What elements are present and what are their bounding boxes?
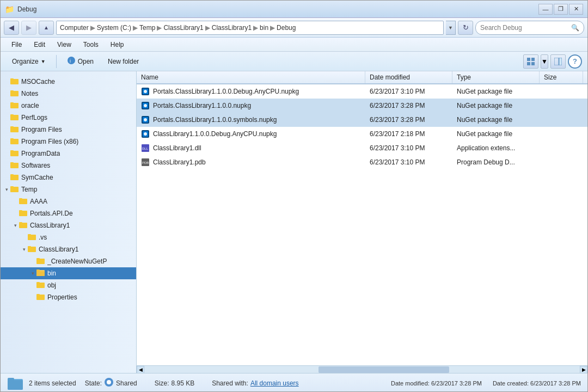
sidebar-item[interactable]: ProgramData [1, 148, 136, 160]
up-button[interactable]: ▲ [39, 21, 54, 35]
svg-rect-13 [10, 102, 14, 105]
col-header-name[interactable]: Name [137, 71, 365, 83]
sidebar-item[interactable]: ▾ClassLibrary1 [1, 219, 136, 231]
menu-view[interactable]: View [52, 40, 77, 50]
status-bar: 2 items selected State: Shared Size: 8.9… [1, 373, 587, 392]
menu-help[interactable]: Help [105, 40, 130, 50]
new-folder-label: New folder [108, 58, 139, 65]
date-created-value: 6/23/2017 3:28 PM [530, 380, 581, 387]
date-modified-label: Date modified: [391, 380, 430, 387]
sidebar-item[interactable]: ▾ClassLibrary1 [1, 243, 136, 255]
view-dropdown-button[interactable]: ▼ [541, 54, 548, 69]
sidebar-item[interactable]: obj [1, 279, 136, 291]
toolbar-separator [56, 55, 57, 68]
status-dates: Date modified: 6/23/2017 3:28 PM Date cr… [391, 380, 581, 387]
svg-rect-17 [10, 126, 14, 128]
open-button[interactable]: i Open [61, 53, 100, 69]
col-header-date[interactable]: Date modified [365, 71, 452, 83]
svg-rect-7 [559, 58, 562, 65]
menu-file[interactable]: File [6, 40, 27, 50]
file-name-cell: ClassLibrary1.1.0.0.Debug.AnyCPU.nupkg [137, 128, 365, 139]
sidebar-item[interactable]: SymCache [1, 171, 136, 183]
organize-button[interactable]: Organize ▼ [6, 55, 52, 68]
svg-point-49 [144, 90, 147, 93]
file-name: Portals.ClassLibrary1.1.0.0.Debug.AnyCPU… [153, 88, 299, 95]
sidebar-item[interactable]: MSOCache [1, 76, 136, 88]
file-name: ClassLibrary1.dll [153, 144, 201, 152]
restore-button[interactable]: ❐ [554, 4, 568, 15]
sidebar-item[interactable]: Properties [1, 291, 136, 303]
sidebar-item[interactable]: PerfLogs [1, 112, 136, 124]
expand-arrow-icon [3, 78, 10, 85]
sidebar-item[interactable]: .vs [1, 231, 136, 243]
help-button[interactable]: ? [568, 54, 582, 69]
menu-edit[interactable]: Edit [28, 40, 51, 50]
sidebar-item[interactable]: oracle [1, 100, 136, 112]
expand-arrow-icon [3, 138, 10, 145]
expand-arrow-icon: ▾ [11, 222, 19, 229]
sidebar: MSOCacheNotesoraclePerfLogsProgram Files… [1, 71, 137, 373]
sidebar-item[interactable]: Notes [1, 88, 136, 100]
h-scroll-track[interactable] [144, 366, 580, 373]
file-type-cell: NuGet package file [452, 115, 540, 125]
expand-arrow-icon: ▾ [20, 246, 28, 253]
file-type-cell: Program Debug D... [452, 157, 540, 167]
table-row[interactable]: ClassLibrary1.1.0.0.Debug.AnyCPU.nupkg6/… [137, 127, 587, 141]
sidebar-item[interactable]: Program Files [1, 124, 136, 136]
sidebar-item-label: Program Files [21, 126, 62, 133]
menu-tools[interactable]: Tools [78, 40, 104, 50]
status-state: State: Shared [76, 377, 146, 389]
minimize-button[interactable]: — [538, 4, 553, 15]
size-value: 8.95 KB [171, 379, 194, 387]
sidebar-item[interactable]: AAAA [1, 195, 136, 207]
sidebar-item[interactable]: Softwares [1, 160, 136, 171]
file-name-cell: DLL ClassLibrary1.dll [137, 143, 365, 154]
refresh-button[interactable]: ↻ [458, 21, 473, 35]
table-row[interactable]: Portals.ClassLibrary1.1.0.0.nupkg6/23/20… [137, 99, 587, 113]
svg-text:PDB: PDB [142, 161, 149, 164]
forward-button[interactable]: ▶ [21, 21, 36, 35]
h-scroll-thumb[interactable] [318, 366, 449, 373]
address-path[interactable]: Computer ▶ System (C:) ▶ Temp ▶ ClassLib… [56, 21, 444, 35]
path-dropdown[interactable]: ▼ [446, 21, 456, 35]
file-date-cell: 6/23/2017 3:10 PM [365, 143, 452, 153]
h-scroll-left[interactable]: ◀ [137, 366, 144, 373]
folder-icon [19, 221, 28, 230]
col-header-size[interactable]: Size [540, 71, 583, 83]
folder-icon [36, 281, 45, 290]
sidebar-item[interactable]: _CreateNewNuGetP [1, 255, 136, 267]
file-type-icon: PDB [141, 158, 150, 167]
close-button[interactable]: ✕ [569, 4, 583, 15]
svg-point-67 [107, 380, 111, 384]
folder-icon [10, 137, 19, 146]
folder-icon [10, 185, 19, 194]
h-scroll-right[interactable]: ▶ [580, 366, 587, 373]
table-row[interactable]: Portals.ClassLibrary1.1.0.0.symbols.nupk… [137, 113, 587, 127]
new-folder-button[interactable]: New folder [102, 55, 145, 68]
folder-icon [10, 173, 19, 182]
file-type-cell: NuGet package file [452, 87, 540, 96]
table-row[interactable]: DLL ClassLibrary1.dll6/23/2017 3:10 PMAp… [137, 141, 587, 155]
sidebar-item[interactable]: ▾bin [1, 267, 136, 279]
svg-rect-4 [527, 62, 530, 65]
back-button[interactable]: ◀ [4, 21, 19, 35]
col-header-type[interactable]: Type [452, 71, 540, 83]
sidebar-item-label: bin [47, 270, 56, 277]
table-row[interactable]: Portals.ClassLibrary1.1.0.0.Debug.AnyCPU… [137, 84, 587, 99]
sidebar-item-label: Softwares [21, 162, 50, 169]
h-scrollbar[interactable]: ◀ ▶ [137, 365, 587, 373]
svg-rect-46 [36, 294, 40, 296]
path-sep: ▶ [90, 24, 95, 32]
folder-icon [19, 197, 28, 206]
organize-dropdown-icon: ▼ [41, 59, 46, 64]
view-toggle-button[interactable] [523, 54, 538, 69]
search-input[interactable] [480, 24, 569, 32]
svg-point-55 [144, 118, 147, 121]
shared-with-value[interactable]: All domain users [250, 379, 299, 387]
sidebar-item[interactable]: Portals.API.De [1, 207, 136, 219]
sidebar-item[interactable]: Program Files (x86) [1, 136, 136, 148]
preview-pane-button[interactable] [550, 54, 566, 69]
sidebar-item[interactable]: ▾Temp [1, 183, 136, 195]
svg-text:i: i [70, 58, 71, 64]
table-row[interactable]: PDB ClassLibrary1.pdb6/23/2017 3:10 PMPr… [137, 155, 587, 169]
